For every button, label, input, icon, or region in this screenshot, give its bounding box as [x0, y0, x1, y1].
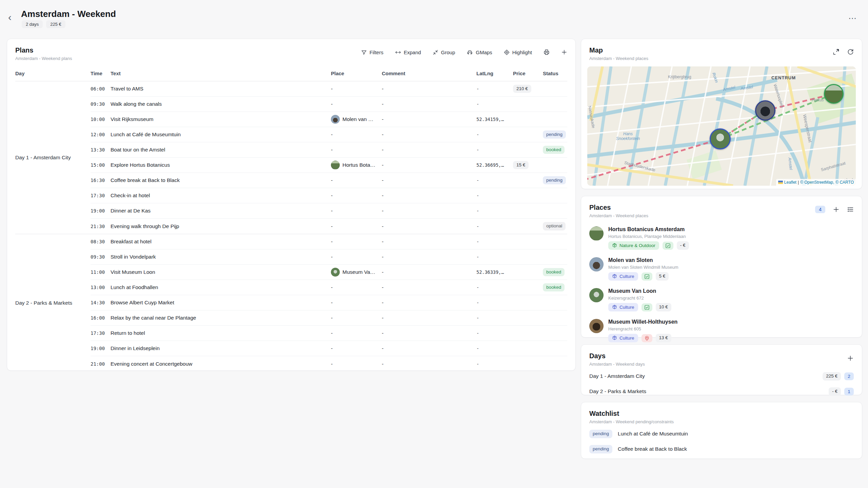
- table-row[interactable]: 21:00 Evening concert at Concertgebouw -…: [91, 356, 567, 371]
- col-place: Place: [331, 70, 382, 76]
- plan-latlng: -: [476, 86, 513, 92]
- day-label: Day 1 - Amsterdam City: [589, 373, 645, 379]
- col-day: Day: [15, 70, 91, 76]
- table-row[interactable]: 19:00 Dinner in Leidseplein - - -: [91, 341, 567, 356]
- list-item[interactable]: Museum Willet-Holthuysen Herengracht 605…: [581, 316, 862, 346]
- col-price: Price: [513, 70, 543, 76]
- more-menu-icon[interactable]: ⋯: [848, 14, 857, 23]
- printer-icon: [544, 49, 550, 55]
- plan-comment: -: [382, 239, 476, 245]
- highlight-button[interactable]: Highlight: [504, 49, 532, 55]
- status-badge: pending: [589, 445, 612, 453]
- plan-text: Boat tour on the Amstel: [111, 147, 331, 153]
- table-row[interactable]: 14:30 Browse Albert Cuyp Market - - -: [91, 295, 567, 310]
- plan-latlng: -: [476, 315, 513, 321]
- list-item[interactable]: pending Coffee break at Back to Black: [581, 442, 862, 457]
- map-marker-hortus-botanicus[interactable]: [824, 84, 844, 104]
- plan-status: pending: [543, 176, 567, 185]
- plan-price: 15 €: [513, 161, 543, 169]
- table-row[interactable]: 21:30 Evening walk through De Pijp - - -…: [91, 219, 567, 234]
- place-address: Herengracht 605: [608, 326, 677, 331]
- osm-link[interactable]: © OpenStreetMap,: [800, 180, 834, 185]
- place-address: Molen van Sloten Windmill Museum: [608, 265, 678, 270]
- place-name: Molen van …: [342, 116, 373, 122]
- plan-comment: -: [382, 162, 476, 168]
- places-list-view-button[interactable]: [847, 206, 854, 213]
- plan-latlng: 52.36695,…: [476, 162, 513, 168]
- table-row[interactable]: 09:30 Stroll in Vondelpark - - -: [91, 249, 567, 265]
- list-item[interactable]: pending Lunch at Café de Museumtuin: [581, 426, 862, 442]
- table-row[interactable]: 13:00 Lunch at Foodhallen - - - booked: [91, 280, 567, 295]
- watchlist-card: Watchlist Amsterdam - Weekend pending/co…: [581, 402, 862, 459]
- plan-place: -: [331, 284, 382, 290]
- plan-text: Dinner at De Kas: [111, 208, 331, 214]
- place-thumbnail: [331, 268, 340, 277]
- print-button[interactable]: [544, 49, 550, 55]
- table-row[interactable]: 12:00 Lunch at Café de Museumtuin - - - …: [91, 127, 567, 142]
- filters-button[interactable]: Filters: [361, 49, 383, 55]
- add-day-button[interactable]: [847, 355, 854, 362]
- add-place-button[interactable]: [833, 206, 840, 213]
- table-row[interactable]: 06:00 Travel to AMS - - - 210 €: [91, 81, 567, 97]
- plan-latlng: 52.36339,…: [476, 269, 513, 275]
- table-row[interactable]: 17:30 Return to hotel - - -: [91, 326, 567, 341]
- page: { "colors": { "accent_blue":"#2458c5", "…: [0, 0, 868, 488]
- table-row[interactable]: 09:30 Walk along the canals - - -: [91, 97, 567, 112]
- leaflet-flag-icon: [778, 181, 783, 184]
- carto-link[interactable]: © CARTO: [835, 180, 854, 185]
- page-header: ‹ Amsterdam - Weekend 2 days 225 € ⋯: [0, 0, 868, 32]
- plan-text: Stroll in Vondelpark: [111, 254, 331, 260]
- plan-status: booked: [543, 268, 567, 277]
- table-row[interactable]: 08:30 Breakfast at hotel - - -: [91, 234, 567, 249]
- plan-comment: -: [382, 284, 476, 290]
- category-badge: Culture: [608, 272, 638, 281]
- list-item[interactable]: Molen van Sloten Molen van Sloten Windmi…: [581, 254, 862, 285]
- plan-time: 14:30: [91, 300, 111, 305]
- list-item[interactable]: Day 1 - Amsterdam City 225 € 2: [581, 369, 862, 384]
- expand-button[interactable]: Expand: [395, 49, 421, 55]
- plan-place: -: [331, 177, 382, 183]
- map-fullscreen-button[interactable]: [833, 48, 840, 55]
- leaflet-link[interactable]: Leaflet: [784, 180, 796, 185]
- trip-duration-badge: 2 days: [22, 20, 43, 28]
- table-row[interactable]: 17:30 Check-in at hotel - - -: [91, 188, 567, 203]
- col-text: Text: [111, 70, 331, 76]
- check-square-icon: [644, 274, 650, 279]
- place-avatar: [589, 288, 604, 302]
- table-row[interactable]: 13:30 Boat tour on the Amstel - - - book…: [91, 142, 567, 158]
- back-button[interactable]: ‹: [8, 12, 12, 22]
- table-row[interactable]: 11:00 Visit Museum Loon Museum Va… - 52.…: [91, 265, 567, 280]
- list-item[interactable]: Museum Van Loon Keizersgracht 672 Cultur…: [581, 285, 862, 316]
- table-row[interactable]: 10:00 Visit Rijksmuseum Molen van … - 52…: [91, 112, 567, 127]
- plan-latlng: -: [476, 285, 513, 290]
- plan-time: 13:00: [91, 285, 111, 290]
- map-marker-museum-van-loon[interactable]: [710, 128, 731, 149]
- list-item[interactable]: Day 2 - Parks & Markets - € 1: [581, 384, 862, 399]
- map-refresh-button[interactable]: [847, 48, 854, 55]
- plan-place: -: [331, 361, 382, 367]
- gmaps-button[interactable]: GMaps: [467, 49, 492, 55]
- plan-time: 10:00: [91, 117, 111, 122]
- plan-latlng: -: [476, 224, 513, 229]
- table-row[interactable]: 15:00 Explore Hortus Botanicus Hortus Bo…: [91, 158, 567, 173]
- table-row[interactable]: 16:00 Relax by the canal near De Plantag…: [91, 310, 567, 326]
- plan-latlng: -: [476, 361, 513, 367]
- watchlist-text: Lunch at Café de Museumtuin: [618, 431, 688, 437]
- group-button[interactable]: Group: [433, 49, 455, 55]
- table-row[interactable]: 19:00 Dinner at De Kas - - -: [91, 203, 567, 219]
- place-name: Molen van Sloten: [608, 257, 678, 263]
- table-row[interactable]: 16:30 Coffee break at Back to Black - - …: [91, 173, 567, 188]
- plan-comment: -: [382, 177, 476, 183]
- place-thumbnail: [331, 161, 340, 169]
- places-card: Places Amsterdam - Weekend places 4 Hort…: [581, 196, 862, 338]
- add-plan-button[interactable]: [561, 49, 567, 55]
- map-subtitle: Amsterdam - Weekend places: [589, 56, 648, 61]
- day-group-label: Day 1 - Amsterdam City: [15, 81, 91, 234]
- list-item[interactable]: Hortus Botanicus Amsterdam Hortus Botani…: [581, 223, 862, 254]
- map[interactable]: Krijtbergbrug Rokin Amstel Amstel CENTRU…: [587, 66, 856, 186]
- plan-comment: -: [382, 147, 476, 153]
- map-marker-museum-willet-holthuysen[interactable]: [755, 100, 775, 121]
- day-count-badge: 1: [844, 388, 854, 395]
- plan-place: Museum Va…: [331, 268, 382, 277]
- plan-latlng: -: [476, 208, 513, 214]
